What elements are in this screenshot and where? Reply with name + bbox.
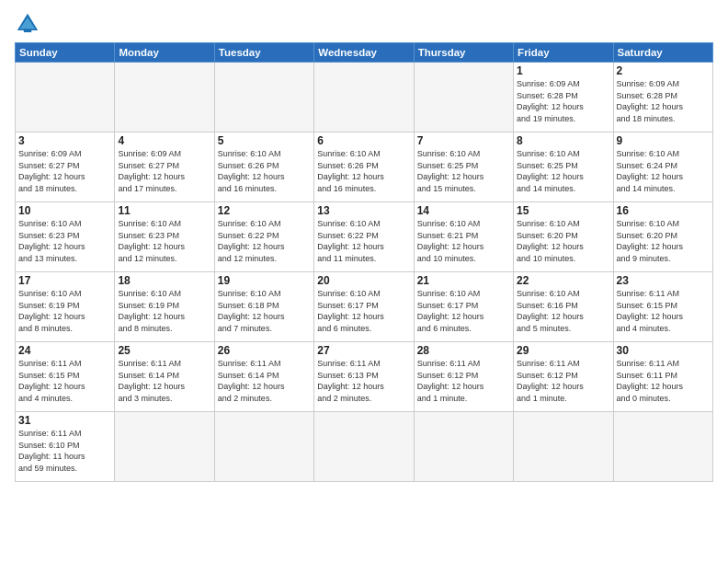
calendar-cell: 5Sunrise: 6:10 AM Sunset: 6:26 PM Daylig… — [214, 132, 313, 202]
sun-info: Sunrise: 6:10 AM Sunset: 6:22 PM Dayligh… — [317, 218, 410, 264]
calendar-cell: 12Sunrise: 6:10 AM Sunset: 6:22 PM Dayli… — [214, 202, 313, 272]
date-number: 25 — [118, 344, 210, 357]
date-number: 16 — [617, 204, 710, 217]
svg-rect-2 — [24, 29, 31, 32]
sun-info: Sunrise: 6:10 AM Sunset: 6:16 PM Dayligh… — [517, 288, 609, 334]
calendar-body: 1Sunrise: 6:09 AM Sunset: 6:28 PM Daylig… — [16, 63, 713, 482]
calendar-cell — [314, 412, 414, 482]
calendar-cell: 30Sunrise: 6:11 AM Sunset: 6:11 PM Dayli… — [613, 342, 712, 412]
calendar-cell: 23Sunrise: 6:11 AM Sunset: 6:15 PM Dayli… — [613, 272, 712, 342]
sun-info: Sunrise: 6:10 AM Sunset: 6:17 PM Dayligh… — [417, 288, 510, 334]
sun-info: Sunrise: 6:10 AM Sunset: 6:26 PM Dayligh… — [218, 148, 311, 194]
date-number: 26 — [218, 344, 311, 357]
calendar-cell: 8Sunrise: 6:10 AM Sunset: 6:25 PM Daylig… — [514, 132, 613, 202]
logo-icon — [15, 11, 40, 37]
date-number: 10 — [18, 204, 111, 217]
date-number: 11 — [118, 204, 210, 217]
weekday-header-monday: Monday — [115, 43, 214, 63]
calendar-cell: 18Sunrise: 6:10 AM Sunset: 6:19 PM Dayli… — [115, 272, 214, 342]
weekday-header-tuesday: Tuesday — [214, 43, 313, 63]
date-number: 6 — [317, 134, 410, 147]
weekday-header-thursday: Thursday — [414, 43, 513, 63]
date-number: 29 — [517, 344, 609, 357]
calendar-cell: 31Sunrise: 6:11 AM Sunset: 6:10 PM Dayli… — [16, 412, 115, 482]
sun-info: Sunrise: 6:11 AM Sunset: 6:12 PM Dayligh… — [417, 358, 510, 404]
sun-info: Sunrise: 6:10 AM Sunset: 6:17 PM Dayligh… — [317, 288, 410, 334]
calendar-cell — [414, 63, 513, 132]
calendar-week-2: 3Sunrise: 6:09 AM Sunset: 6:27 PM Daylig… — [16, 132, 713, 202]
date-number: 7 — [417, 134, 510, 147]
date-number: 23 — [617, 274, 710, 287]
weekday-header-saturday: Saturday — [613, 43, 712, 63]
date-number: 9 — [617, 134, 710, 147]
calendar-week-4: 17Sunrise: 6:10 AM Sunset: 6:19 PM Dayli… — [16, 272, 713, 342]
date-number: 24 — [18, 344, 111, 357]
calendar-week-3: 10Sunrise: 6:10 AM Sunset: 6:23 PM Dayli… — [16, 202, 713, 272]
date-number: 13 — [317, 204, 410, 217]
calendar-cell: 3Sunrise: 6:09 AM Sunset: 6:27 PM Daylig… — [16, 132, 115, 202]
sun-info: Sunrise: 6:10 AM Sunset: 6:18 PM Dayligh… — [218, 288, 311, 334]
calendar-cell: 21Sunrise: 6:10 AM Sunset: 6:17 PM Dayli… — [414, 272, 513, 342]
calendar-cell — [613, 412, 712, 482]
weekday-header-wednesday: Wednesday — [314, 43, 414, 63]
date-number: 20 — [317, 274, 410, 287]
calendar-cell: 22Sunrise: 6:10 AM Sunset: 6:16 PM Dayli… — [514, 272, 613, 342]
date-number: 28 — [417, 344, 510, 357]
date-number: 5 — [218, 134, 311, 147]
sun-info: Sunrise: 6:11 AM Sunset: 6:10 PM Dayligh… — [18, 428, 111, 474]
calendar-cell: 2Sunrise: 6:09 AM Sunset: 6:28 PM Daylig… — [613, 63, 712, 132]
calendar-cell: 9Sunrise: 6:10 AM Sunset: 6:24 PM Daylig… — [613, 132, 712, 202]
calendar-cell: 27Sunrise: 6:11 AM Sunset: 6:13 PM Dayli… — [314, 342, 414, 412]
calendar-cell: 11Sunrise: 6:10 AM Sunset: 6:23 PM Dayli… — [115, 202, 214, 272]
date-number: 22 — [517, 274, 609, 287]
date-number: 12 — [218, 204, 311, 217]
calendar-header: SundayMondayTuesdayWednesdayThursdayFrid… — [16, 43, 713, 63]
sun-info: Sunrise: 6:11 AM Sunset: 6:11 PM Dayligh… — [617, 358, 710, 404]
calendar-cell: 7Sunrise: 6:10 AM Sunset: 6:25 PM Daylig… — [414, 132, 513, 202]
date-number: 8 — [517, 134, 609, 147]
calendar-week-5: 24Sunrise: 6:11 AM Sunset: 6:15 PM Dayli… — [16, 342, 713, 412]
sun-info: Sunrise: 6:10 AM Sunset: 6:20 PM Dayligh… — [517, 218, 609, 264]
sun-info: Sunrise: 6:10 AM Sunset: 6:19 PM Dayligh… — [118, 288, 210, 334]
sun-info: Sunrise: 6:11 AM Sunset: 6:13 PM Dayligh… — [317, 358, 410, 404]
calendar-cell: 16Sunrise: 6:10 AM Sunset: 6:20 PM Dayli… — [613, 202, 712, 272]
date-number: 1 — [517, 64, 609, 77]
calendar-cell: 6Sunrise: 6:10 AM Sunset: 6:26 PM Daylig… — [314, 132, 414, 202]
calendar-cell — [16, 63, 115, 132]
calendar-cell: 20Sunrise: 6:10 AM Sunset: 6:17 PM Dayli… — [314, 272, 414, 342]
calendar-cell — [414, 412, 513, 482]
calendar-cell: 29Sunrise: 6:11 AM Sunset: 6:12 PM Dayli… — [514, 342, 613, 412]
sun-info: Sunrise: 6:09 AM Sunset: 6:28 PM Dayligh… — [517, 78, 609, 124]
calendar-table: SundayMondayTuesdayWednesdayThursdayFrid… — [15, 42, 713, 482]
sun-info: Sunrise: 6:10 AM Sunset: 6:26 PM Dayligh… — [317, 148, 410, 194]
calendar-cell: 10Sunrise: 6:10 AM Sunset: 6:23 PM Dayli… — [16, 202, 115, 272]
sun-info: Sunrise: 6:09 AM Sunset: 6:27 PM Dayligh… — [118, 148, 210, 194]
weekday-header-friday: Friday — [514, 43, 613, 63]
calendar-cell: 25Sunrise: 6:11 AM Sunset: 6:14 PM Dayli… — [115, 342, 214, 412]
sun-info: Sunrise: 6:10 AM Sunset: 6:23 PM Dayligh… — [118, 218, 210, 264]
calendar-cell: 14Sunrise: 6:10 AM Sunset: 6:21 PM Dayli… — [414, 202, 513, 272]
calendar-cell: 13Sunrise: 6:10 AM Sunset: 6:22 PM Dayli… — [314, 202, 414, 272]
calendar-cell: 19Sunrise: 6:10 AM Sunset: 6:18 PM Dayli… — [214, 272, 313, 342]
date-number: 2 — [617, 64, 710, 77]
calendar-cell: 4Sunrise: 6:09 AM Sunset: 6:27 PM Daylig… — [115, 132, 214, 202]
date-number: 27 — [317, 344, 410, 357]
calendar-week-1: 1Sunrise: 6:09 AM Sunset: 6:28 PM Daylig… — [16, 63, 713, 132]
date-number: 18 — [118, 274, 210, 287]
calendar-cell: 1Sunrise: 6:09 AM Sunset: 6:28 PM Daylig… — [514, 63, 613, 132]
sun-info: Sunrise: 6:09 AM Sunset: 6:28 PM Dayligh… — [617, 78, 710, 124]
date-number: 15 — [517, 204, 609, 217]
date-number: 31 — [18, 414, 111, 427]
sun-info: Sunrise: 6:11 AM Sunset: 6:14 PM Dayligh… — [118, 358, 210, 404]
calendar-cell: 28Sunrise: 6:11 AM Sunset: 6:12 PM Dayli… — [414, 342, 513, 412]
sun-info: Sunrise: 6:09 AM Sunset: 6:27 PM Dayligh… — [18, 148, 111, 194]
sun-info: Sunrise: 6:10 AM Sunset: 6:19 PM Dayligh… — [18, 288, 111, 334]
logo — [15, 11, 44, 37]
sun-info: Sunrise: 6:11 AM Sunset: 6:15 PM Dayligh… — [617, 288, 710, 334]
calendar-cell — [214, 63, 313, 132]
sun-info: Sunrise: 6:10 AM Sunset: 6:25 PM Dayligh… — [417, 148, 510, 194]
calendar-cell: 26Sunrise: 6:11 AM Sunset: 6:14 PM Dayli… — [214, 342, 313, 412]
calendar-cell — [514, 412, 613, 482]
date-number: 30 — [617, 344, 710, 357]
weekday-row: SundayMondayTuesdayWednesdayThursdayFrid… — [16, 43, 713, 63]
